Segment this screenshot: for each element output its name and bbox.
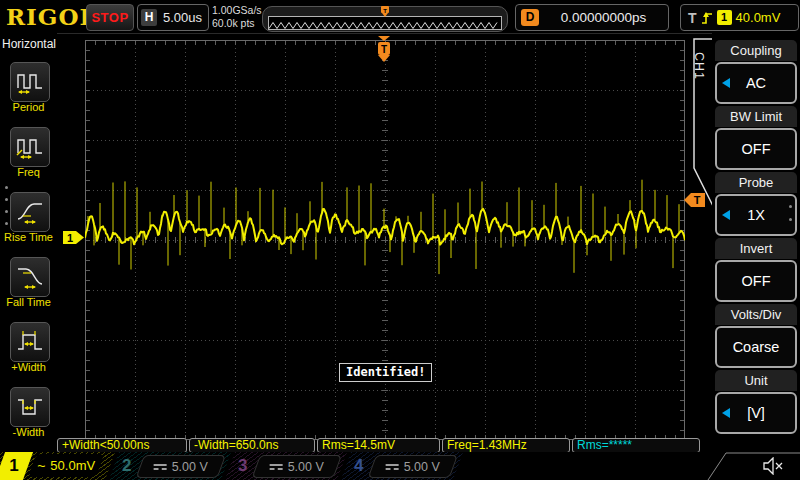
unit-label: Unit — [715, 370, 797, 391]
oscilloscope-screen: RIGOL STOP H 5.00us 1.00GSa/s 60.0k pts … — [0, 0, 800, 480]
volts-div-button[interactable]: Coarse — [715, 326, 797, 368]
invert-button[interactable]: OFF — [715, 260, 797, 302]
h-badge: H — [141, 9, 157, 26]
period-button[interactable] — [10, 62, 50, 102]
preview-waveform — [269, 20, 499, 31]
coupling-value: AC — [746, 75, 766, 91]
menu-page-dot — [5, 198, 8, 201]
probe-button[interactable]: 1X — [715, 194, 797, 236]
status-bar: RIGOL STOP H 5.00us 1.00GSa/s 60.0k pts … — [0, 0, 800, 34]
menu-page-dot — [789, 205, 792, 208]
pos-width-label: +Width — [0, 361, 57, 373]
ch3-scale-box: 5.00 V — [252, 455, 342, 478]
rise-time-button[interactable] — [10, 192, 50, 232]
measurement-pwidth: +Width<50.00ns — [57, 438, 187, 453]
waveform-position-preview[interactable]: T — [262, 6, 508, 32]
measurement-rms-math: Rms=***** — [572, 438, 700, 453]
measurement-nwidth: -Width=650.0ns — [189, 438, 315, 453]
ch3-status[interactable]: 3 5.00 V — [225, 452, 347, 480]
rise-time-icon — [15, 198, 45, 226]
acquisition-readout: 1.00GSa/s 60.0k pts — [212, 4, 262, 29]
ch1-number: 1 — [0, 452, 28, 480]
mute-speaker-icon[interactable] — [762, 457, 784, 479]
ch1-scale-box: ~ 50.0mV — [28, 454, 104, 477]
fall-time-button[interactable] — [10, 257, 50, 297]
ch1-status[interactable]: 1 ~ 50.0mV — [0, 452, 115, 480]
rigol-logo: RIGOL — [6, 3, 97, 30]
ac-coupling-icon: ~ — [37, 461, 45, 471]
ch4-number: 4 — [354, 452, 363, 480]
left-function-menu: Horizontal Period Freq — [0, 33, 57, 452]
sound-zone — [700, 452, 800, 480]
channel-status-bar: 1 ~ 50.0mV 2 5.00 V 3 — [0, 452, 800, 480]
selector-triangle-icon — [722, 78, 730, 88]
ch2-number: 2 — [122, 452, 131, 480]
freq-icon — [15, 133, 45, 161]
fall-time-icon — [15, 263, 45, 291]
ch4-status[interactable]: 4 5.00 V — [341, 452, 463, 480]
channel-tab-label: CH1 — [692, 52, 706, 80]
dc-coupling-icon — [386, 464, 399, 470]
period-label: Period — [0, 101, 57, 113]
freq-button[interactable] — [10, 127, 50, 167]
rising-edge-icon — [701, 9, 713, 26]
ch1-scale-value: 50.0mV — [50, 458, 95, 473]
timebase-value: 5.00us — [157, 10, 208, 25]
bw-limit-label: BW Limit — [715, 106, 797, 127]
fall-time-label: Fall Time — [0, 296, 57, 308]
horizontal-timebase-readout: H 5.00us — [137, 4, 209, 31]
unit-value: [V] — [747, 405, 765, 421]
coupling-label: Coupling — [715, 40, 797, 61]
bw-limit-button[interactable]: OFF — [715, 128, 797, 170]
ch1-number-badge: 1 — [0, 452, 33, 480]
ch4-scale-box: 5.00 V — [368, 455, 458, 478]
left-menu-title: Horizontal — [2, 37, 56, 51]
ch2-status[interactable]: 2 5.00 V — [109, 452, 231, 480]
delay-readout: D 0.00000000ps — [515, 4, 669, 31]
ch4-scale-value: 5.00 V — [404, 460, 440, 474]
probe-label: Probe — [715, 172, 797, 193]
pos-width-icon — [15, 328, 45, 356]
memory-depth: 60.0k pts — [212, 17, 262, 30]
freq-label: Freq — [0, 166, 57, 178]
ch2-scale-box: 5.00 V — [136, 455, 226, 478]
ch1-ground-marker[interactable]: 1 — [62, 230, 85, 249]
run-state-badge: STOP — [86, 4, 134, 31]
measurement-rms: Rms=14.5mV — [317, 438, 440, 453]
trigger-position-label: T — [381, 44, 387, 55]
trigger-source-badge: 1 — [717, 10, 732, 25]
d-badge: D — [521, 9, 539, 26]
dc-coupling-icon — [270, 464, 283, 470]
bw-limit-value: OFF — [742, 141, 771, 157]
sample-rate: 1.00GSa/s — [212, 4, 262, 17]
rise-time-label: Rise Time — [0, 231, 57, 243]
measurement-freq: Freq=1.43MHz — [442, 438, 570, 453]
volts-div-value: Coarse — [733, 339, 780, 355]
trigger-level-value: 40.0mV — [736, 10, 781, 25]
invert-value: OFF — [742, 273, 771, 289]
period-icon — [15, 68, 45, 96]
menu-page-dot — [5, 186, 8, 189]
neg-width-icon — [15, 393, 45, 421]
neg-width-button[interactable] — [10, 387, 50, 427]
preview-window[interactable] — [268, 16, 502, 30]
identified-popup: Identified! — [339, 363, 432, 382]
ch1-marker-label: 1 — [67, 232, 73, 244]
ch3-scale-value: 5.00 V — [288, 460, 324, 474]
preview-trigger-pin[interactable]: T — [379, 4, 391, 16]
unit-button[interactable]: [V] — [715, 392, 797, 434]
dc-coupling-icon — [154, 464, 167, 470]
ch3-number: 3 — [238, 452, 247, 480]
trigger-readout: T 1 40.0mV — [680, 4, 799, 31]
ch2-scale-value: 5.00 V — [172, 460, 208, 474]
pos-width-button[interactable] — [10, 322, 50, 362]
channel-soft-menu: Coupling AC BW Limit OFF Probe 1X Invert… — [712, 33, 800, 452]
selector-triangle-icon — [722, 210, 730, 220]
t-badge: T — [688, 10, 697, 26]
menu-page-dot — [5, 222, 8, 225]
coupling-button[interactable]: AC — [715, 62, 797, 104]
menu-page-dot — [789, 218, 792, 221]
volts-div-label: Volts/Div — [715, 304, 797, 325]
trigger-position-marker[interactable]: T — [376, 36, 392, 67]
menu-page-dot — [5, 210, 8, 213]
